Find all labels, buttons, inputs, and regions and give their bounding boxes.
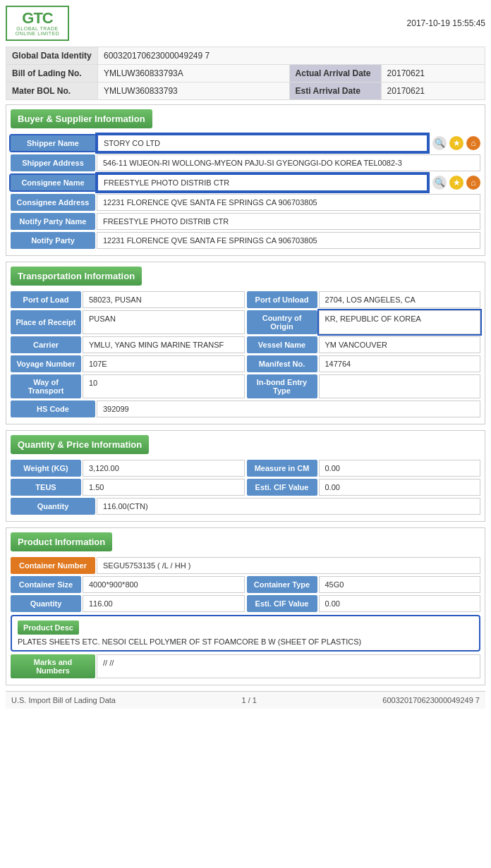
esti-cif-pi-field: Esti. CIF Value 0.00	[247, 595, 481, 612]
weight-value: 3,120.00	[83, 460, 245, 477]
container-number-value: SEGU5753135 ( /L / HH )	[97, 557, 480, 574]
buyer-supplier-section: Buyer & Supplier Information Shipper Nam…	[6, 104, 485, 256]
esti-cif-pi-value: 0.00	[319, 595, 481, 612]
quantity-pi-label: Quantity	[11, 595, 81, 612]
shipper-address-value: 546-11 WIJEON-RI WOLLONG-MYEON PAJU-SI G…	[97, 154, 480, 171]
carrier-value: YMLU, YANG MING MARINE TRANSF	[83, 336, 245, 353]
shipper-home-icon[interactable]: ⌂	[466, 136, 480, 150]
container-size-field: Container Size 4000*900*800	[11, 576, 245, 593]
quantity-qp-value: 116.00(CTN)	[97, 498, 480, 515]
quantity-pi-field: Quantity 116.00	[11, 595, 245, 612]
consignee-name-row: Consignee Name FREESTYLE PHOTO DISTRIB C…	[11, 173, 480, 192]
voyage-number-label: Voyage Number	[11, 355, 81, 372]
receipt-origin-group: Place of Receipt PUSAN Country of Origin…	[11, 310, 480, 334]
consignee-star-icon[interactable]: ★	[449, 176, 463, 190]
bol-row: Bill of Lading No. YMLUW360833793A Actua…	[6, 65, 485, 82]
voyage-manifest-row: Voyage Number 107E Manifest No. 147764	[11, 355, 480, 372]
hs-code-row: HS Code 392099	[11, 401, 480, 417]
consignee-search-icon[interactable]: 🔍	[432, 176, 447, 190]
port-of-load-label: Port of Load	[11, 291, 81, 308]
consignee-home-icon[interactable]: ⌂	[466, 176, 480, 190]
notify-party-row: Notify Party 12231 FLORENCE QVE SANTA FE…	[11, 232, 480, 249]
actual-arrival-value: 20170621	[381, 65, 485, 82]
voyage-manifest-group: Voyage Number 107E Manifest No. 147764	[11, 355, 480, 372]
container-number-row: Container Number SEGU5753135 ( /L / HH )	[11, 557, 480, 574]
product-info-section: Product Information Container Number SEG…	[6, 527, 485, 685]
port-row: Port of Load 58023, PUSAN Port of Unload…	[11, 291, 480, 308]
country-of-origin-label: Country of Origin	[247, 310, 317, 334]
manifest-value: 147764	[319, 355, 481, 372]
bol-value: YMLUW360833793A	[98, 65, 290, 82]
transport-inbond-row: Way of Transport 10 In-bond Entry Type	[11, 374, 480, 398]
consignee-name-label: Consignee Name	[11, 175, 95, 190]
product-info-inner: Container Number SEGU5753135 ( /L / HH )…	[6, 554, 485, 685]
port-of-unload-value: 2704, LOS ANGELES, CA	[319, 291, 481, 308]
master-bol-row: Mater BOL No. YMLUW360833793 Esti Arriva…	[6, 82, 485, 100]
buyer-supplier-title: Buyer & Supplier Information	[11, 109, 152, 128]
port-group: Port of Load 58023, PUSAN Port of Unload…	[11, 291, 480, 308]
measure-field: Measure in CM 0.00	[247, 460, 481, 477]
marks-numbers-value: // //	[97, 654, 480, 678]
page-header: GTC GLOBAL TRADE ONLINE LIMITED 2017-10-…	[6, 6, 485, 41]
shipper-name-row: Shipper Name STORY CO LTD 🔍 ★ ⌂	[11, 134, 480, 152]
weight-label: Weight (KG)	[11, 460, 81, 477]
marks-numbers-row: Marks and Numbers // //	[11, 654, 480, 678]
quantity-cif-group: Quantity 116.00 Esti. CIF Value 0.00	[11, 595, 480, 612]
teus-cif-group: TEUS 1.50 Esti. CIF Value 0.00	[11, 479, 480, 496]
measure-label: Measure in CM	[247, 460, 317, 477]
shipper-name-field-wrap: Shipper Name STORY CO LTD	[11, 134, 428, 152]
in-bond-entry-label: In-bond Entry Type	[247, 374, 317, 398]
place-of-receipt-label: Place of Receipt	[11, 310, 81, 334]
global-data-value: 600320170623000049249 7	[98, 47, 485, 65]
notify-party-name-label: Notify Party Name	[11, 213, 95, 230]
container-size-type-group: Container Size 4000*900*800 Container Ty…	[11, 576, 480, 593]
vessel-name-field: Vessel Name YM VANCOUVER	[247, 336, 481, 353]
consignee-name-field-wrap: Consignee Name FREESTYLE PHOTO DISTRIB C…	[11, 173, 428, 192]
port-of-unload-field: Port of Unload 2704, LOS ANGELES, CA	[247, 291, 481, 308]
consignee-address-label: Consignee Address	[11, 194, 95, 211]
header-info-table: Global Data Identity 6003201706230000492…	[6, 47, 485, 100]
shipper-name-label: Shipper Name	[11, 135, 95, 151]
transportation-title: Transportation Information	[11, 267, 142, 286]
shipper-star-icon[interactable]: ★	[449, 136, 463, 150]
transport-inbond-group: Way of Transport 10 In-bond Entry Type	[11, 374, 480, 398]
carrier-label: Carrier	[11, 336, 81, 353]
manifest-label: Manifest No.	[247, 355, 317, 372]
carrier-vessel-row: Carrier YMLU, YANG MING MARINE TRANSF Ve…	[11, 336, 480, 353]
voyage-number-value: 107E	[83, 355, 245, 372]
measure-value: 0.00	[319, 460, 481, 477]
container-type-value: 45G0	[319, 576, 481, 593]
notify-party-label: Notify Party	[11, 232, 95, 249]
hs-code-value: 392099	[97, 401, 480, 417]
global-data-label: Global Data Identity	[6, 47, 98, 65]
esti-cif-qp-label: Esti. CIF Value	[247, 479, 317, 496]
quantity-qp-label: Quantity	[11, 498, 95, 515]
company-logo: GTC GLOBAL TRADE ONLINE LIMITED	[6, 6, 69, 41]
teus-value: 1.50	[83, 479, 245, 496]
global-data-row: Global Data Identity 6003201706230000492…	[6, 47, 485, 65]
quantity-price-inner: Weight (KG) 3,120.00 Measure in CM 0.00 …	[6, 457, 485, 521]
weight-field: Weight (KG) 3,120.00	[11, 460, 245, 477]
page-footer: U.S. Import Bill of Lading Data 1 / 1 60…	[6, 691, 485, 709]
way-of-transport-label: Way of Transport	[11, 374, 81, 398]
shipper-search-icon[interactable]: 🔍	[432, 136, 447, 150]
port-of-load-value: 58023, PUSAN	[83, 291, 245, 308]
container-number-label: Container Number	[11, 557, 95, 574]
container-size-type-row: Container Size 4000*900*800 Container Ty…	[11, 576, 480, 593]
weight-measure-row: Weight (KG) 3,120.00 Measure in CM 0.00	[11, 460, 480, 477]
quantity-cif-row: Quantity 116.00 Esti. CIF Value 0.00	[11, 595, 480, 612]
actual-arrival-label: Actual Arrival Date	[289, 65, 381, 82]
port-of-load-field: Port of Load 58023, PUSAN	[11, 291, 245, 308]
notify-party-value: 12231 FLORENCE QVE SANTA FE SPRINGS CA 9…	[97, 232, 480, 249]
quantity-price-title: Quantity & Price Information	[11, 435, 149, 454]
vessel-name-value: YM VANCOUVER	[319, 336, 481, 353]
master-bol-value: YMLUW360833793	[98, 82, 290, 100]
logo-text-bottom: GLOBAL TRADE ONLINE LIMITED	[9, 26, 66, 36]
container-size-value: 4000*900*800	[83, 576, 245, 593]
product-desc-value: PLATES SHEETS ETC. NESOI CELL POLYMER OF…	[18, 637, 473, 646]
quantity-pi-value: 116.00	[83, 595, 245, 612]
consignee-address-row: Consignee Address 12231 FLORENCE QVE SAN…	[11, 194, 480, 211]
port-of-unload-label: Port of Unload	[247, 291, 317, 308]
place-of-receipt-value: PUSAN	[83, 310, 245, 334]
in-bond-entry-value	[319, 374, 481, 398]
